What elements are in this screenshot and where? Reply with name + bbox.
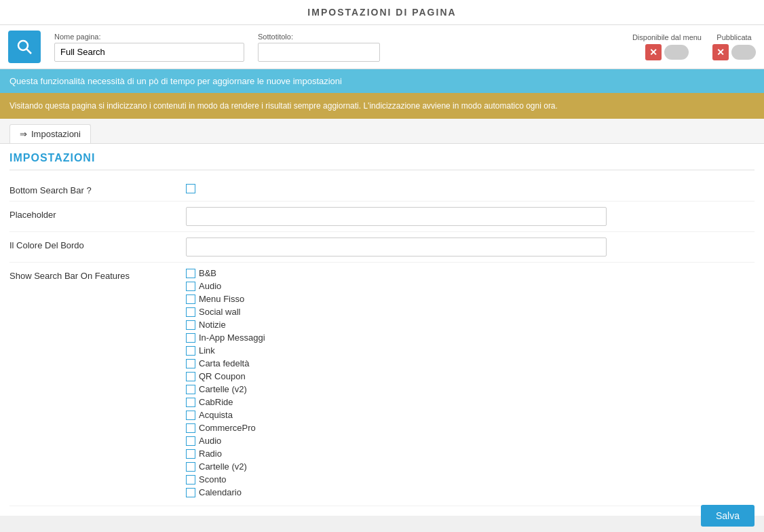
feature-item: Audio: [186, 436, 755, 446]
feature-checkbox-bnb[interactable]: [186, 269, 195, 278]
features-list: B&BAudioMenu FissoSocial wallNotizieIn-A…: [186, 268, 755, 500]
feature-item: Cartelle (v2): [186, 384, 755, 394]
feature-checkbox-cartelle-v2-2[interactable]: [186, 462, 195, 472]
yellow-banner: Visitando questa pagina si indicizzano i…: [0, 93, 764, 119]
feature-checkbox-menu-fisso[interactable]: [186, 294, 195, 304]
feature-label-menu-fisso: Menu Fisso: [199, 294, 244, 304]
feature-item: B&B: [186, 268, 755, 278]
feature-checkbox-social-wall[interactable]: [186, 307, 195, 317]
tab-label: Impostazioni: [31, 129, 81, 139]
pubblicata-label: Pubblicata: [717, 33, 751, 41]
tab-impostazioni[interactable]: ⇒ Impostazioni: [9, 124, 91, 143]
disponibile-label: Disponibile dal menu: [632, 33, 702, 41]
pubblicata-toggle-group: Pubblicata ✕: [712, 33, 756, 60]
feature-label-cartelle-v2-1: Cartelle (v2): [199, 384, 247, 394]
feature-label-cartelle-v2-2: Cartelle (v2): [199, 461, 247, 472]
bottom-search-bar-checkbox[interactable]: [186, 184, 195, 193]
sottotitolo-label: Sottotitolo:: [258, 33, 380, 41]
nome-pagina-input[interactable]: [54, 43, 244, 62]
feature-checkbox-commercepro[interactable]: [186, 423, 195, 433]
feature-item: QR Coupon: [186, 371, 755, 381]
feature-item: Acquista: [186, 410, 755, 420]
feature-label-commercepro: CommercePro: [199, 423, 256, 433]
feature-checkbox-cartelle-v2-1[interactable]: [186, 385, 195, 394]
feature-label-bnb: B&B: [199, 268, 216, 278]
feature-item: Calendario: [186, 487, 755, 497]
feature-checkbox-in-app-messaggi[interactable]: [186, 333, 195, 343]
page-title: IMPOSTAZIONI DI PAGINA: [0, 0, 764, 25]
disponibile-toggle[interactable]: [664, 45, 689, 60]
feature-item: In-App Messaggi: [186, 332, 755, 343]
feature-checkbox-audio1[interactable]: [186, 282, 195, 291]
feature-checkbox-notizie[interactable]: [186, 320, 195, 330]
feature-item: CommercePro: [186, 423, 755, 433]
feature-label-carta-fedelta: Carta fedeltà: [199, 358, 249, 368]
feature-label-sconto: Sconto: [199, 474, 226, 484]
feature-item: Social wall: [186, 307, 755, 317]
feature-label-radio: Radio: [199, 449, 222, 459]
feature-item: Radio: [186, 449, 755, 459]
feature-item: Carta fedeltà: [186, 358, 755, 368]
feature-label-in-app-messaggi: In-App Messaggi: [199, 332, 265, 343]
placeholder-label: Placeholder: [9, 207, 186, 220]
feature-checkbox-calendario[interactable]: [186, 488, 195, 497]
disponibile-toggle-row: ✕: [645, 44, 689, 60]
tabs-bar: ⇒ Impostazioni: [0, 119, 764, 144]
feature-label-cabride: CabRide: [199, 397, 233, 407]
feature-checkbox-link[interactable]: [186, 346, 195, 356]
feature-label-social-wall: Social wall: [199, 307, 240, 317]
feature-label-link: Link: [199, 345, 215, 356]
svg-point-0: [18, 41, 28, 50]
save-button[interactable]: Salva: [701, 505, 755, 516]
feature-item: Link: [186, 345, 755, 356]
placeholder-control: [186, 207, 755, 226]
feature-checkbox-sconto[interactable]: [186, 475, 195, 484]
header-toggles: Disponibile dal menu ✕ Pubblicata ✕: [632, 33, 756, 60]
feature-label-audio2: Audio: [199, 436, 221, 446]
feature-checkbox-radio[interactable]: [186, 449, 195, 459]
blue-banner: Questa funzionalità necessità di un pò d…: [0, 69, 764, 93]
feature-item: Notizie: [186, 320, 755, 330]
svg-line-1: [26, 49, 31, 54]
bottom-search-bar-row: Bottom Search Bar ?: [9, 177, 755, 202]
feature-label-audio1: Audio: [199, 281, 221, 291]
feature-item: Cartelle (v2): [186, 461, 755, 472]
nome-pagina-field: Nome pagina:: [54, 33, 244, 62]
feature-label-notizie: Notizie: [199, 320, 226, 330]
feature-label-acquista: Acquista: [199, 410, 233, 420]
colore-bordo-row: Il Colore Del Bordo: [9, 232, 755, 263]
header: Nome pagina: Sottotitolo: Disponibile da…: [0, 25, 764, 69]
bottom-bar: Salva: [691, 499, 764, 516]
feature-label-calendario: Calendario: [199, 487, 242, 497]
sottotitolo-field: Sottotitolo:: [258, 33, 380, 62]
main-content: IMPOSTAZIONI Bottom Search Bar ? Placeho…: [0, 144, 764, 516]
disponibile-toggle-group: Disponibile dal menu ✕: [632, 33, 702, 60]
disponibile-x-button[interactable]: ✕: [645, 44, 662, 60]
feature-checkbox-audio2[interactable]: [186, 436, 195, 446]
section-title: IMPOSTAZIONI: [9, 144, 755, 170]
features-label: Show Search Bar On Features: [9, 268, 186, 281]
features-row: Show Search Bar On Features B&BAudioMenu…: [9, 263, 755, 506]
pubblicata-toggle-row: ✕: [712, 44, 756, 60]
feature-item: Menu Fisso: [186, 294, 755, 304]
search-icon: [8, 31, 41, 63]
pubblicata-x-button[interactable]: ✕: [712, 44, 729, 60]
bottom-search-bar-label: Bottom Search Bar ?: [9, 183, 186, 195]
feature-checkbox-cabride[interactable]: [186, 398, 195, 407]
feature-item: CabRide: [186, 397, 755, 407]
placeholder-row: Placeholder: [9, 202, 755, 232]
nome-pagina-label: Nome pagina:: [54, 33, 244, 41]
feature-checkbox-acquista[interactable]: [186, 411, 195, 420]
bottom-search-bar-control: [186, 183, 755, 193]
pubblicata-toggle[interactable]: [731, 45, 756, 60]
tab-icon: ⇒: [20, 129, 27, 139]
placeholder-input[interactable]: [186, 207, 607, 226]
feature-checkbox-carta-fedelta[interactable]: [186, 359, 195, 368]
colore-bordo-input[interactable]: [186, 238, 607, 256]
feature-item: Audio: [186, 281, 755, 291]
feature-label-qr-coupon: QR Coupon: [199, 371, 246, 381]
colore-bordo-control: [186, 238, 755, 256]
sottotitolo-input[interactable]: [258, 43, 380, 62]
feature-item: Sconto: [186, 474, 755, 484]
feature-checkbox-qr-coupon[interactable]: [186, 372, 195, 381]
